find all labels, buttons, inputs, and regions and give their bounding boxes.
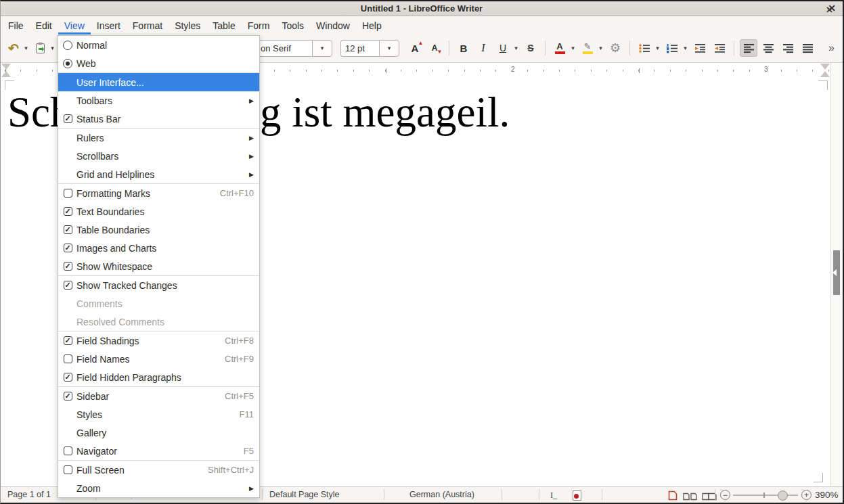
scrollbar-thumb[interactable] [833,250,840,295]
paste-dropdown-arrow[interactable]: ▾ [49,39,56,57]
zoom-out-button[interactable]: − [720,490,730,500]
menu-item-full-screen[interactable]: Full ScreenShift+Ctrl+J [58,461,259,479]
menu-item-grid-and-helplines[interactable]: Grid and Helplines▶ [58,165,259,183]
menu-item-scrollbars[interactable]: Scrollbars▶ [58,147,259,165]
font-name-dropdown-arrow[interactable]: ▾ [312,40,332,57]
menubar-item-tools[interactable]: Tools [275,16,310,35]
menu-item-label: Web [76,58,96,69]
ordered-list-dropdown-arrow[interactable]: ▾ [682,39,689,57]
increase-font-size-button[interactable]: A▲ [406,39,424,57]
menu-item-field-hidden-paragraphs[interactable]: ✓Field Hidden Paragraphs [58,368,259,386]
language-status[interactable]: German (Austria) [409,490,474,499]
character-highlighting-button[interactable]: ⚙ [606,39,624,57]
menu-item-user-interface[interactable]: User Interface... [58,73,259,91]
menubar-item-edit[interactable]: Edit [30,16,58,35]
left-indent-marker[interactable] [1,71,11,77]
menu-item-field-names[interactable]: Field NamesCtrl+F9 [58,350,259,368]
underline-dropdown-arrow[interactable]: ▾ [512,39,520,57]
single-page-view-button[interactable] [668,490,678,503]
menubar-item-form[interactable]: Form [242,16,276,35]
menu-item-table-boundaries[interactable]: ✓Table Boundaries [58,221,259,239]
menu-item-sidebar[interactable]: ✓SidebarCtrl+F5 [58,387,259,405]
menu-item-label: Table Boundaries [76,225,150,235]
font-size-combo[interactable]: 12 pt ▾ [340,40,399,57]
menubar-item-help[interactable]: Help [356,16,388,35]
close-document-icon[interactable]: ✕ [826,5,833,15]
ordered-list-button[interactable] [663,39,681,57]
menu-item-icon-spacer [62,95,73,106]
decrease-font-size-button[interactable]: A▼ [426,39,443,57]
page-number-status[interactable]: Page 1 of 1 [7,490,51,499]
menu-item-state: ✓ [62,225,73,235]
menu-item-styles[interactable]: StylesF11 [58,405,259,423]
decrease-indent-icon [714,43,726,53]
menu-item-web[interactable]: Web [58,54,259,72]
unordered-list-dropdown-arrow[interactable]: ▾ [654,39,661,57]
menu-item-status-bar[interactable]: ✓Status Bar [58,110,259,128]
font-color-button[interactable]: A [551,39,569,57]
zoom-level-value[interactable]: 390% [815,490,839,500]
font-name-combo[interactable]: on Serif ▾ [260,40,332,57]
menu-item-normal[interactable]: Normal [58,36,259,54]
menubar-item-window[interactable]: Window [310,16,356,35]
menubar-item-view[interactable]: View [58,16,91,35]
insert-mode-icon[interactable]: I ̲ [550,490,557,501]
menu-item-formatting-marks[interactable]: Formatting MarksCtrl+F10 [58,184,259,202]
justify-button[interactable] [799,39,816,57]
sidebar-handle-icon[interactable] [832,269,837,276]
align-left-button[interactable] [740,39,757,57]
menu-item-text-boundaries[interactable]: ✓Text Boundaries [58,202,259,221]
menu-item-show-whitespace[interactable]: ✓Show Whitespace [58,257,259,275]
menu-item-navigator[interactable]: NavigatorF5 [58,442,259,460]
undo-button[interactable]: ↶ [5,39,22,57]
right-indent-marker[interactable] [820,71,830,77]
menu-item-label: Navigator [76,446,117,457]
increase-indent-button[interactable] [691,39,709,57]
menu-item-icon-spacer [62,133,73,143]
menu-item-state: ✓ [62,391,73,402]
right-indent-marker-top[interactable] [820,64,830,70]
zoom-slider-track[interactable] [733,495,798,496]
undo-dropdown-arrow[interactable]: ▾ [22,39,30,57]
first-line-indent-marker[interactable] [1,64,11,70]
bold-button[interactable]: B [455,39,472,57]
menubar-item-styles[interactable]: Styles [169,16,206,35]
toolbar-overflow-icon[interactable]: » [828,35,835,62]
zoom-slider-thumb[interactable] [778,490,788,501]
text-boundary-corner-bottom-right [814,473,823,482]
vertical-scrollbar[interactable] [830,63,841,487]
menu-item-rulers[interactable]: Rulers▶ [58,129,259,147]
underline-button[interactable]: U [494,39,512,57]
document-text-right-fragment[interactable]: g ist megageil. [260,88,510,137]
italic-button[interactable]: I [474,39,492,57]
menu-item-images-and-charts[interactable]: ✓Images and Charts [58,239,259,257]
menubar-item-format[interactable]: Format [127,16,169,35]
highlight-color-button[interactable]: ✎ [579,39,596,57]
bullet-list-icon [638,43,650,53]
menu-item-toolbars[interactable]: Toolbars▶ [58,91,259,110]
align-right-button[interactable] [779,39,797,57]
menubar-item-file[interactable]: File [2,16,30,35]
menu-item-show-tracked-changes[interactable]: ✓Show Tracked Changes [58,276,259,294]
radio-selected-icon [63,59,72,68]
unordered-list-button[interactable] [636,39,653,57]
menubar-item-insert[interactable]: Insert [91,16,127,35]
decrease-indent-button[interactable] [711,39,728,57]
document-modified-icon[interactable] [573,490,581,501]
strikethrough-button[interactable]: S [522,39,539,57]
align-center-button[interactable] [759,39,777,57]
font-color-dropdown-arrow[interactable]: ▾ [569,39,577,57]
font-size-dropdown-arrow[interactable]: ▾ [379,40,399,57]
menu-item-zoom[interactable]: Zoom▶ [58,479,259,497]
menu-item-gallery[interactable]: Gallery [58,423,259,442]
highlight-dropdown-arrow[interactable]: ▾ [597,39,604,57]
font-size-value: 12 pt [345,43,365,53]
single-page-view-icon [668,490,678,501]
multi-page-view-button[interactable] [683,490,697,503]
paste-button[interactable] [31,39,49,57]
zoom-in-button[interactable]: + [801,490,812,500]
text-boundary-corner-top-right [818,81,828,90]
menubar-item-table[interactable]: Table [206,16,241,35]
menu-item-field-shadings[interactable]: ✓Field ShadingsCtrl+F8 [58,331,259,350]
page-style-status[interactable]: Default Page Style [269,490,340,499]
